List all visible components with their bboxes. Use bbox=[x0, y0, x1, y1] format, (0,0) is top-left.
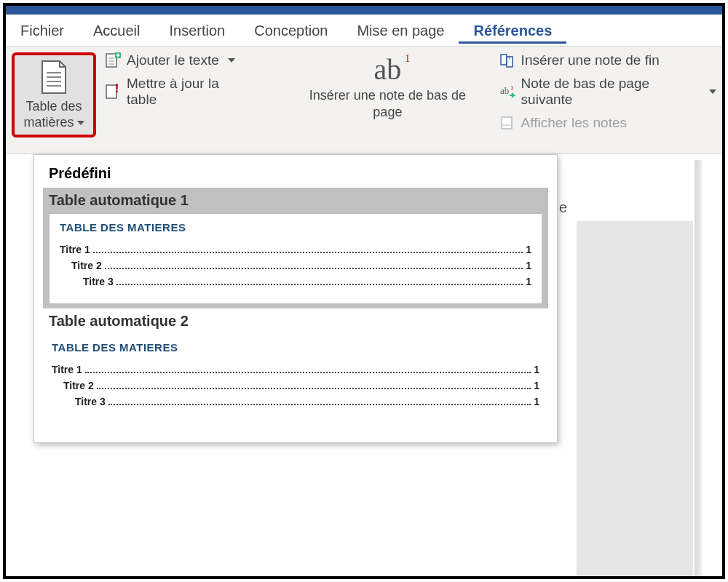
insert-endnote-label: Insérer une note de fin bbox=[521, 52, 660, 68]
toc-leader-dots bbox=[108, 399, 531, 405]
gallery-item-preview: TABLE DES MATIERES Titre 1 1 Titre 2 1 T… bbox=[49, 213, 542, 304]
tab-home[interactable]: Accueil bbox=[79, 17, 154, 44]
app-window: Fichier Accueil Insertion Conception Mis… bbox=[3, 3, 725, 579]
toc-entry-label: Titre 3 bbox=[83, 276, 114, 287]
group-footnote-cmds: i Insérer une note de fin ab 1 Note de b… bbox=[496, 47, 722, 154]
toc-entry-label: Titre 2 bbox=[71, 260, 102, 271]
toc-row: Titre 1 1 bbox=[60, 244, 531, 255]
svg-text:i: i bbox=[509, 55, 510, 61]
insert-endnote-button[interactable]: i Insérer une note de fin bbox=[499, 52, 716, 68]
next-footnote-button[interactable]: ab 1 Note de bas de page suivante bbox=[499, 76, 716, 108]
gallery-item-auto2[interactable]: Table automatique 2 TABLE DES MATIERES T… bbox=[43, 308, 548, 428]
toc-leader-dots bbox=[97, 383, 531, 389]
toc-entry-page: 1 bbox=[526, 276, 531, 287]
add-text-icon bbox=[105, 52, 121, 68]
chevron-down-icon bbox=[228, 58, 235, 63]
update-table-button[interactable]: ! Mettre à jour la table bbox=[105, 76, 250, 108]
ribbon: Table des matières Ajouter bbox=[6, 47, 722, 154]
insert-footnote-button[interactable]: ab1 Insérer une note de bas de page bbox=[285, 51, 490, 120]
gallery-item-title: Table automatique 1 bbox=[49, 192, 542, 209]
gallery-item-preview: TABLE DES MATIERES Titre 1 1 Titre 2 1 T… bbox=[49, 334, 542, 423]
ribbon-tabs: Fichier Accueil Insertion Conception Mis… bbox=[6, 15, 722, 47]
svg-rect-19 bbox=[502, 117, 512, 129]
toc-row: Titre 1 1 bbox=[52, 364, 539, 375]
toc-document-icon bbox=[39, 60, 68, 95]
show-notes-label: Afficher les notes bbox=[521, 115, 627, 131]
toc-entry-page: 1 bbox=[526, 244, 531, 255]
gallery-item-auto1[interactable]: Table automatique 1 TABLE DES MATIERES T… bbox=[43, 188, 548, 308]
toc-entry-page: 1 bbox=[534, 380, 539, 391]
toc-row: Titre 3 1 bbox=[60, 276, 531, 287]
scrollbar[interactable] bbox=[695, 160, 702, 576]
toc-leader-dots bbox=[116, 279, 523, 285]
footnote-ab-icon: ab1 bbox=[374, 55, 402, 84]
add-text-label: Ajouter le texte bbox=[127, 52, 219, 68]
svg-text:ab: ab bbox=[500, 85, 509, 96]
toc-row: Titre 3 1 bbox=[52, 396, 539, 407]
toc-entry-page: 1 bbox=[526, 260, 531, 271]
update-table-icon: ! bbox=[105, 84, 121, 100]
page-background bbox=[577, 221, 693, 576]
tab-insert[interactable]: Insertion bbox=[155, 17, 240, 44]
chevron-down-icon bbox=[77, 121, 84, 125]
toc-entry-label: Titre 1 bbox=[52, 364, 82, 375]
title-bar bbox=[6, 6, 722, 15]
toc-row: Titre 2 1 bbox=[52, 380, 539, 391]
toc-entry-page: 1 bbox=[534, 364, 539, 375]
svg-rect-14 bbox=[501, 55, 507, 65]
toc-entry-label: Titre 3 bbox=[75, 396, 106, 407]
next-footnote-icon: ab 1 bbox=[499, 84, 515, 100]
add-text-button[interactable]: Ajouter le texte bbox=[105, 52, 250, 68]
toc-leader-dots bbox=[93, 247, 523, 253]
toc-row: Titre 2 1 bbox=[60, 260, 531, 271]
group-toc: Table des matières bbox=[6, 47, 102, 154]
gallery-section-predefined: Prédéfini bbox=[43, 162, 548, 188]
tab-references[interactable]: Références bbox=[459, 17, 566, 44]
toc-leader-dots bbox=[105, 263, 523, 269]
toc-heading: TABLE DES MATIERES bbox=[60, 221, 531, 234]
toc-leader-dots bbox=[85, 367, 531, 373]
toc-entry-label: Titre 1 bbox=[60, 244, 90, 255]
svg-text:1: 1 bbox=[510, 84, 514, 91]
tab-layout[interactable]: Mise en page bbox=[342, 17, 459, 44]
group-footnotes: ab1 Insérer une note de bas de page bbox=[256, 47, 496, 154]
next-footnote-label: Note de bas de page suivante bbox=[521, 76, 700, 108]
update-table-label: Mettre à jour la table bbox=[127, 76, 250, 108]
toc-button-label: Table des matières bbox=[17, 99, 90, 130]
table-of-contents-button[interactable]: Table des matières bbox=[12, 52, 96, 137]
tab-design[interactable]: Conception bbox=[240, 17, 342, 44]
truncated-text: e bbox=[559, 199, 567, 216]
insert-footnote-label: Insérer une note de bas de page bbox=[295, 87, 480, 120]
group-toc-cmds: Ajouter le texte ! Mettre à jour la tabl… bbox=[102, 47, 256, 154]
endnote-icon: i bbox=[499, 52, 515, 68]
gallery-item-title: Table automatique 2 bbox=[49, 313, 542, 330]
toc-entry-page: 1 bbox=[534, 396, 539, 407]
toc-heading: TABLE DES MATIERES bbox=[52, 341, 539, 354]
show-notes-button[interactable]: Afficher les notes bbox=[499, 115, 716, 131]
toc-entry-label: Titre 2 bbox=[63, 380, 94, 391]
tab-file[interactable]: Fichier bbox=[6, 17, 79, 44]
chevron-down-icon bbox=[709, 89, 716, 94]
show-notes-icon bbox=[499, 115, 515, 131]
svg-rect-5 bbox=[106, 54, 116, 67]
toc-gallery: Prédéfini Table automatique 1 TABLE DES … bbox=[33, 154, 558, 443]
svg-text:!: ! bbox=[115, 84, 119, 95]
